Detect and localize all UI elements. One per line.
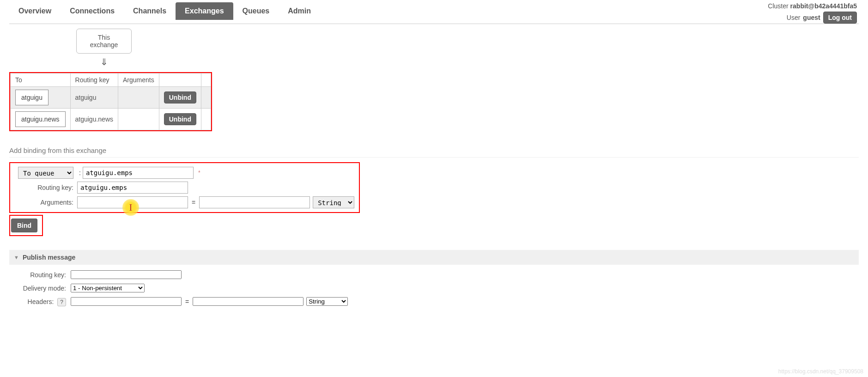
add-binding-title: Add binding from this exchange bbox=[9, 146, 859, 158]
logout-button[interactable]: Log out bbox=[823, 12, 857, 24]
binding-arguments bbox=[118, 87, 159, 109]
publish-title: Publish message bbox=[23, 254, 75, 261]
col-to: To bbox=[11, 73, 71, 87]
publish-form: Routing key: Delivery mode: 1 - Non-pers… bbox=[9, 265, 859, 316]
equals-sign: = bbox=[185, 298, 189, 305]
delivery-mode-select[interactable]: 1 - Non-persistent bbox=[71, 284, 145, 292]
delivery-mode-label: Delivery mode: bbox=[13, 285, 71, 292]
required-star: * bbox=[198, 170, 200, 176]
publish-header-type-select[interactable]: String bbox=[306, 297, 348, 306]
bind-button-wrap: Bind bbox=[9, 215, 43, 236]
tab-admin[interactable]: Admin bbox=[279, 2, 320, 20]
binding-row: atguigu atguigu Unbind bbox=[11, 87, 211, 109]
this-exchange-box: This exchange bbox=[76, 29, 132, 54]
publish-routing-key-input[interactable] bbox=[71, 270, 182, 279]
col-spacer bbox=[201, 73, 211, 87]
routing-key-label: Routing key: bbox=[15, 184, 77, 191]
headers-label: Headers: bbox=[28, 298, 54, 305]
add-binding-form: To queue : * Routing key: Arguments: = S… bbox=[9, 162, 360, 213]
col-arguments: Arguments bbox=[118, 73, 159, 87]
headers-help-icon[interactable]: ? bbox=[57, 298, 66, 306]
binding-to-link[interactable]: atguigu bbox=[15, 90, 49, 105]
tab-channels[interactable]: Channels bbox=[124, 2, 176, 20]
tab-overview[interactable]: Overview bbox=[9, 2, 61, 20]
col-routing-key: Routing key bbox=[70, 73, 118, 87]
cluster-info: Cluster rabbit@b42a4441bfa5 User guest L… bbox=[768, 2, 859, 24]
colon: : bbox=[79, 169, 81, 176]
binding-arg-key-input[interactable] bbox=[77, 196, 188, 208]
binding-row: atguigu.news atguigu.news Unbind bbox=[11, 109, 211, 130]
binding-routing-key-input[interactable] bbox=[77, 182, 188, 194]
collapse-triangle-icon: ▼ bbox=[14, 255, 19, 260]
arguments-label: Arguments: bbox=[15, 199, 77, 206]
bindings-table: To Routing key Arguments atguigu atguigu… bbox=[10, 73, 211, 130]
binding-destination-input[interactable] bbox=[83, 167, 194, 179]
binding-routing-key: atguigu.news bbox=[70, 109, 118, 130]
binding-to-link[interactable]: atguigu.news bbox=[15, 111, 66, 127]
equals-sign: = bbox=[192, 199, 195, 206]
tab-connections[interactable]: Connections bbox=[61, 2, 124, 20]
user-name: guest bbox=[803, 14, 820, 21]
publish-header-value-input[interactable] bbox=[193, 297, 303, 306]
cluster-label: Cluster bbox=[768, 2, 788, 10]
cluster-name: rabbit@b42a4441bfa5 bbox=[790, 2, 857, 10]
binding-arg-value-input[interactable] bbox=[199, 196, 310, 208]
down-arrows-icon: ⇓ bbox=[76, 56, 132, 67]
tab-queues[interactable]: Queues bbox=[233, 2, 279, 20]
tab-exchanges[interactable]: Exchanges bbox=[176, 2, 233, 20]
binding-destination-type-select[interactable]: To queue bbox=[18, 167, 73, 179]
publish-header-key-input[interactable] bbox=[71, 297, 182, 306]
bindings-table-wrap: To Routing key Arguments atguigu atguigu… bbox=[9, 72, 212, 131]
binding-arguments bbox=[118, 109, 159, 130]
publish-routing-key-label: Routing key: bbox=[13, 271, 71, 279]
unbind-button[interactable]: Unbind bbox=[164, 113, 196, 125]
binding-arg-type-select[interactable]: String bbox=[313, 196, 354, 208]
bind-button[interactable]: Bind bbox=[11, 219, 37, 232]
col-action bbox=[159, 73, 201, 87]
unbind-button[interactable]: Unbind bbox=[164, 91, 196, 103]
binding-routing-key: atguigu bbox=[70, 87, 118, 109]
main-tabs: Overview Connections Channels Exchanges … bbox=[9, 2, 320, 20]
user-label: User bbox=[787, 14, 801, 21]
publish-section-header[interactable]: ▼ Publish message bbox=[9, 250, 859, 265]
